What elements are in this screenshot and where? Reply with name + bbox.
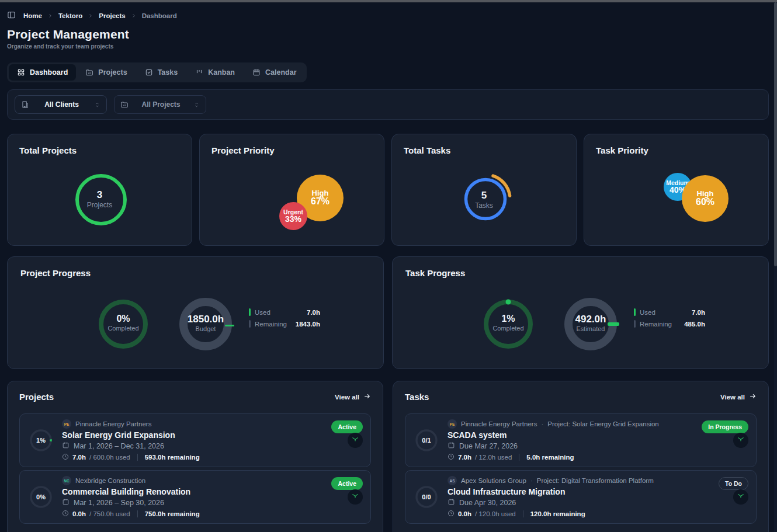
total-tasks-label: Tasks	[392, 201, 576, 210]
breadcrumb-home[interactable]: Home	[23, 12, 42, 19]
breadcrumb: Home Tektoro Projects Dashboard	[7, 11, 769, 20]
progress-value: 0%	[29, 485, 53, 509]
hours-budget: / 120.0h used	[475, 510, 516, 517]
date-range: Mar 1, 2026 – Dec 31, 2026	[74, 442, 164, 450]
check-square-icon	[145, 68, 153, 77]
tab-label: Projects	[98, 68, 127, 77]
estimated-value: 492.0h	[538, 313, 643, 325]
calendar-icon	[448, 498, 455, 507]
used-label: Used	[255, 309, 270, 316]
due-date: Due Mar 27, 2026	[459, 442, 518, 450]
clients-filter-select[interactable]: All Clients	[15, 95, 107, 114]
folder-icon	[120, 100, 129, 109]
bubble-value: 60%	[696, 197, 714, 207]
projects-filter-select[interactable]: All Projects	[114, 95, 206, 114]
legend-remaining-row: Remaining 485.0h	[634, 320, 705, 328]
tab-projects[interactable]: Projects	[77, 64, 135, 81]
page: Home Tektoro Projects Dashboard Project …	[0, 2, 777, 532]
client-name: Nexbridge Construction	[75, 477, 145, 484]
bird-action-button[interactable]	[733, 433, 748, 448]
project-row-content: PE Pinnacle Energy Partners Solar Energy…	[62, 419, 263, 461]
breadcrumb-projects[interactable]: Projects	[99, 12, 125, 19]
folder-icon	[85, 68, 93, 77]
total-tasks-card: Total Tasks 5 Tasks	[391, 134, 577, 246]
bird-action-button[interactable]	[348, 489, 363, 505]
bubble-value: 33%	[285, 215, 301, 223]
ring-center-text: 492.0h Estimated	[538, 313, 643, 333]
client-line: NC Nexbridge Construction	[62, 476, 200, 485]
grid-icon	[17, 68, 25, 77]
status-badge: Active	[331, 477, 363, 490]
legend-remaining-row: Remaining 1843.0h	[249, 320, 320, 328]
task-row-content: AS Apex Solutions Group · Project: Digit…	[448, 476, 717, 518]
bubble-label: High	[312, 189, 329, 197]
lists-row: Projects View all 1% PE Pinnacle Energy …	[7, 381, 769, 532]
sidebar-toggle-button[interactable]	[7, 11, 16, 20]
client-line: PE Pinnacle Energy Partners · Project: S…	[448, 419, 659, 429]
project-name: Solar Energy Grid Expansion	[62, 430, 200, 440]
breadcrumb-tektoro[interactable]: Tektoro	[58, 12, 82, 19]
progress-row: Project Progress 0% Completed 1850.0h Bu…	[7, 256, 769, 369]
client-avatar: AS	[448, 476, 457, 485]
hours-line: 7.0h / 12.0h used 5.0h remaining	[448, 453, 659, 461]
project-row[interactable]: 1% PE Pinnacle Energy Partners Solar Ene…	[19, 413, 371, 467]
scrollbar-thumb[interactable]	[774, 2, 777, 266]
divider	[137, 510, 138, 517]
panel-left-icon	[7, 11, 16, 20]
arrow-right-icon	[749, 392, 757, 401]
filter-bar: All Clients All Projects	[7, 89, 769, 120]
budget-label: Budget	[153, 325, 258, 333]
ring-center-text: 3 Projects	[8, 189, 192, 210]
view-all-tasks-link[interactable]: View all	[720, 392, 757, 401]
legend-used-row: Used 7.0h	[249, 308, 320, 316]
legend: Used 7.0h Remaining 1843.0h	[249, 308, 320, 328]
total-projects-value: 3	[8, 189, 192, 201]
ring-center-text: 1850.0h Budget	[153, 313, 258, 333]
task-row[interactable]: 0/0 AS Apex Solutions Group · Project: D…	[405, 470, 757, 524]
tab-dashboard[interactable]: Dashboard	[9, 64, 76, 81]
tab-tasks[interactable]: Tasks	[137, 64, 186, 81]
panel-title: Projects	[19, 392, 54, 402]
used-swatch	[249, 308, 251, 316]
view-all-label: View all	[335, 394, 359, 401]
remaining-label: Remaining	[255, 321, 287, 328]
ring-center-text: 5 Tasks	[392, 189, 576, 210]
bird-action-button[interactable]	[348, 433, 363, 448]
progress-value: 0/1	[415, 429, 438, 452]
total-projects-chart: 3 Projects	[8, 134, 192, 245]
project-ref: Project: Solar Energy Grid Expansion	[547, 420, 658, 427]
hours-budget: / 12.0h used	[475, 454, 512, 461]
status-badge: To Do	[719, 477, 748, 490]
tab-kanban[interactable]: Kanban	[187, 64, 243, 81]
hours-remaining: 750.0h remaining	[145, 510, 200, 517]
remaining-value: 485.0h	[684, 321, 705, 328]
tab-bar: Dashboard Projects Tasks Kanban Calendar	[7, 62, 307, 82]
chevrons-up-down-icon	[94, 102, 100, 108]
status-badge: Active	[331, 420, 363, 433]
chevron-right-icon	[88, 13, 93, 19]
project-ref: Project: Digital Transformation Platform	[537, 477, 654, 484]
calendar-icon	[252, 68, 261, 77]
kanban-icon	[195, 68, 203, 77]
panel-header: Tasks View all	[405, 392, 757, 402]
progress-value: 1%	[29, 429, 53, 452]
client-avatar: PE	[62, 419, 71, 429]
hours-budget: / 600.0h used	[89, 454, 130, 461]
dates-line: Due Apr 30, 2026	[448, 498, 654, 507]
tab-calendar[interactable]: Calendar	[244, 64, 305, 81]
projects-panel: Projects View all 1% PE Pinnacle Energy …	[7, 381, 383, 532]
bird-action-button[interactable]	[733, 489, 748, 505]
hours-remaining: 120.0h remaining	[530, 510, 585, 517]
hours-line: 0.0h / 750.0h used 750.0h remaining	[62, 510, 200, 518]
project-row[interactable]: 0% NC Nexbridge Construction Commercial …	[19, 470, 371, 524]
scrollbar-track[interactable]	[774, 2, 777, 532]
clients-filter-value: All Clients	[29, 100, 94, 109]
budget-value: 1850.0h	[153, 313, 258, 325]
task-row[interactable]: 0/1 PE Pinnacle Energy Partners · Projec…	[405, 413, 757, 467]
date-range: Mar 1, 2026 – Sep 30, 2026	[74, 499, 164, 507]
chevron-right-icon	[47, 13, 53, 19]
projects-filter-value: All Projects	[129, 100, 193, 109]
clock-icon	[62, 510, 69, 518]
view-all-projects-link[interactable]: View all	[335, 392, 371, 401]
legend: Used 7.0h Remaining 485.0h	[634, 308, 705, 328]
